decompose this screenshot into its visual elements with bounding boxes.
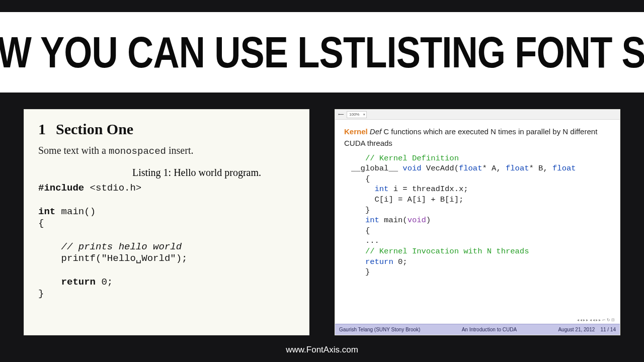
footer-author: Gaurish Telang (SUNY Stony Brook) — [339, 327, 420, 332]
body-text-pre: Some text with a — [38, 145, 109, 156]
code-kw: return — [365, 257, 393, 266]
monospaced-word: monospaced — [109, 146, 166, 157]
code-kw: void — [403, 164, 421, 173]
def-label: Def — [370, 127, 381, 136]
code-kw: return — [38, 277, 96, 288]
footer-title: An Introduction to CUDA — [420, 327, 558, 332]
title-band: HOW YOU CAN USE LSTLISTING FONT SIZE — [0, 12, 644, 93]
code-kw: float — [506, 164, 529, 173]
code-kw: float — [459, 164, 482, 173]
code-block-left: #include <stdio.h> int main() { // print… — [38, 183, 295, 300]
code-block-right: // Kernel Definition __global__ void Vec… — [351, 153, 611, 278]
code-comment: // prints hello world — [38, 241, 182, 252]
code-text: { — [351, 174, 370, 184]
code-text: * B, — [529, 164, 553, 173]
code-text: { — [38, 218, 44, 229]
code-text: main() — [55, 206, 96, 217]
kernel-label: Kernel — [344, 127, 368, 136]
footer-date-page: August 21, 2012 11 / 14 — [558, 327, 616, 332]
pdf-viewer-toolbar: ⟵ 100% — [335, 110, 620, 120]
code-text: } — [38, 288, 44, 299]
code-kw: #include — [38, 183, 84, 194]
code-text: ... — [351, 236, 379, 245]
code-text: printf("Hello␣World"); — [38, 253, 188, 264]
code-text: } — [351, 206, 370, 215]
code-text: ) — [426, 216, 431, 225]
back-arrow-icon[interactable]: ⟵ — [338, 112, 344, 117]
code-kw: void — [408, 216, 426, 225]
footer-date: August 21, 2012 — [558, 327, 595, 332]
code-text — [351, 185, 375, 194]
body-text-post: insert. — [166, 145, 193, 156]
section-title: Section One — [56, 121, 133, 137]
code-comment: // Kernel Invocation with N threads — [351, 247, 529, 256]
example-panels: 1Section One Some text with a monospaced… — [24, 110, 620, 335]
page-title: HOW YOU CAN USE LSTLISTING FONT SIZE — [0, 27, 644, 78]
section-number: 1 — [38, 121, 46, 137]
listing-caption: Listing 1: Hello world program. — [38, 167, 295, 178]
code-text: C[i] = A[i] + B[i]; — [351, 195, 463, 204]
def-text: C functions which are executed N times i… — [344, 127, 597, 147]
code-text: i = threadIdx.x; — [388, 185, 468, 194]
code-kw: int — [375, 185, 389, 194]
left-example-panel: 1Section One Some text with a monospaced… — [24, 110, 309, 335]
footer-page: 11 / 14 — [600, 327, 616, 332]
right-example-panel: ⟵ 100% Kernel Def C functions which are … — [335, 110, 620, 335]
code-kw: int — [38, 206, 55, 217]
code-text: <stdio.h> — [84, 183, 141, 194]
section-heading: 1Section One — [38, 121, 295, 138]
footer-url: www.FontAxis.com — [0, 345, 644, 355]
zoom-select[interactable]: 100% — [347, 111, 367, 118]
slide-footer: Gaurish Telang (SUNY Stony Brook) An Int… — [335, 324, 620, 335]
code-text: VecAdd( — [422, 164, 459, 173]
code-text: 0; — [393, 257, 408, 266]
code-text: * A, — [482, 164, 506, 173]
definition-line: Kernel Def C functions which are execute… — [344, 126, 611, 149]
slide-body: Kernel Def C functions which are execute… — [335, 120, 620, 316]
code-kw: float — [552, 164, 576, 173]
code-text: { — [351, 226, 370, 235]
body-text: Some text with a monospaced insert. — [38, 145, 295, 157]
code-text: __global__ — [351, 164, 403, 173]
code-text: main( — [379, 216, 408, 225]
code-text — [351, 257, 365, 266]
code-comment: // Kernel Definition — [351, 154, 459, 163]
code-text — [351, 216, 365, 225]
beamer-nav-icons[interactable]: ◂ ◂ ▸ ▸ ◂ ◂ ▸ ▸ ⤺ ↻ ⊡ — [335, 316, 620, 324]
code-text: } — [351, 267, 370, 277]
code-text: 0; — [96, 277, 113, 288]
code-kw: int — [365, 216, 379, 225]
